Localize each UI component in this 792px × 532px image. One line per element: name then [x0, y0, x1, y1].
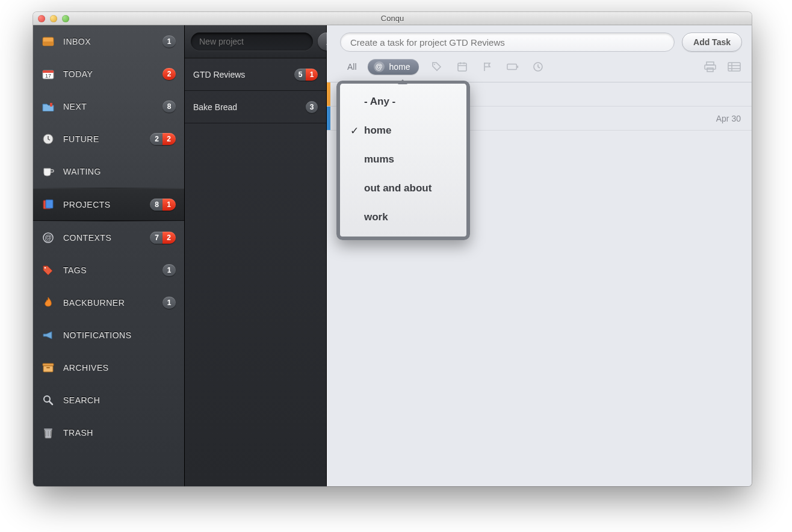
- svg-point-11: [45, 267, 46, 268]
- context-option-out-and-about[interactable]: out and about: [340, 174, 466, 203]
- filter-bar: All @ home: [327, 57, 752, 82]
- sidebar-item-label: FUTURE: [63, 134, 150, 144]
- svg-rect-12: [43, 363, 54, 366]
- archive-icon: [42, 361, 55, 374]
- svg-rect-29: [728, 63, 740, 71]
- context-option-any[interactable]: - Any -: [340, 87, 466, 116]
- window-title: Conqu: [33, 14, 752, 23]
- new-task-input[interactable]: [340, 32, 675, 52]
- svg-rect-1: [43, 42, 54, 46]
- count-badge: 2: [150, 133, 163, 145]
- svg-line-16: [49, 401, 52, 404]
- sidebar-item-label: ARCHIVES: [63, 363, 176, 373]
- svg-text:17: 17: [45, 73, 51, 79]
- count-badge: 1: [162, 264, 176, 276]
- sidebar-item-trash[interactable]: TRASH: [33, 416, 184, 449]
- sidebar-item-label: NEXT: [63, 102, 162, 111]
- app-window: Conqu INBOX 1 17 TODAY 2: [33, 12, 752, 486]
- sidebar-item-label: NOTIFICATIONS: [63, 330, 176, 340]
- search-icon: [42, 394, 55, 407]
- sidebar-item-search[interactable]: SEARCH: [33, 384, 184, 416]
- svg-rect-27: [705, 65, 716, 69]
- clock-icon: [42, 132, 55, 146]
- count-badge: 1: [162, 297, 176, 309]
- date-filter-icon[interactable]: [456, 61, 468, 73]
- sidebar-item-label: SEARCH: [63, 395, 176, 405]
- svg-rect-23: [507, 64, 516, 69]
- flame-icon: [42, 296, 55, 309]
- sidebar-item-tags[interactable]: TAGS 1: [33, 254, 184, 286]
- sidebar-item-archives[interactable]: ARCHIVES: [33, 351, 184, 384]
- sidebar-item-label: CONTEXTS: [63, 233, 150, 243]
- print-icon[interactable]: [704, 61, 717, 72]
- time-filter-icon[interactable]: [532, 61, 544, 73]
- sidebar-item-label: WAITING: [63, 167, 176, 176]
- window-minimize-button[interactable]: [50, 15, 57, 22]
- sidebar-item-label: TAGS: [63, 265, 162, 275]
- sidebar-item-inbox[interactable]: INBOX 1: [33, 25, 184, 58]
- view-toggle-icon[interactable]: [728, 61, 741, 72]
- task-priority-strip: [327, 82, 330, 106]
- context-option-label: out and about: [364, 182, 432, 194]
- context-dropdown: - Any - ✓ home mums out and about work: [336, 81, 470, 240]
- new-project-input[interactable]: [191, 32, 313, 51]
- context-option-home[interactable]: ✓ home: [340, 116, 466, 145]
- svg-rect-17: [44, 428, 52, 430]
- sidebar-item-today[interactable]: 17 TODAY 2: [33, 58, 184, 90]
- main-panel: Add Task All @ home: [327, 25, 752, 486]
- count-badge: 1: [162, 36, 176, 48]
- svg-rect-28: [707, 68, 713, 72]
- sidebar-item-backburner[interactable]: BACKBURNER 1: [33, 286, 184, 319]
- sidebar-item-notifications[interactable]: NOTIFICATIONS: [33, 319, 184, 351]
- project-item-label: GTD Reviews: [193, 70, 294, 79]
- sidebar-item-projects[interactable]: PROJECTS 8 1: [33, 188, 184, 221]
- add-task-button[interactable]: Add Task: [682, 32, 742, 52]
- task-priority-strip: [327, 107, 330, 130]
- sidebar-item-label: TRASH: [63, 428, 176, 438]
- context-option-label: work: [364, 211, 388, 223]
- svg-rect-19: [458, 63, 466, 71]
- context-option-mums[interactable]: mums: [340, 145, 466, 174]
- svg-rect-8: [46, 200, 53, 208]
- sidebar: INBOX 1 17 TODAY 2 NEXT 8: [33, 25, 185, 486]
- sidebar-item-future[interactable]: FUTURE 2 2: [33, 123, 184, 155]
- window-close-button[interactable]: [38, 15, 45, 22]
- window-zoom-button[interactable]: [62, 15, 69, 22]
- at-icon: @: [374, 61, 385, 72]
- context-filter-label: home: [389, 62, 410, 72]
- energy-filter-icon[interactable]: [507, 61, 519, 73]
- context-option-label: - Any -: [364, 96, 395, 108]
- tag-filter-icon[interactable]: [431, 61, 443, 73]
- count-badge: 8: [162, 101, 176, 113]
- megaphone-icon: [42, 329, 55, 342]
- sidebar-item-waiting[interactable]: WAITING: [33, 155, 184, 188]
- at-icon: @: [42, 231, 55, 244]
- context-option-label: home: [364, 125, 391, 137]
- inbox-icon: [42, 35, 55, 48]
- flag-filter-icon[interactable]: [481, 61, 493, 73]
- cup-icon: [42, 165, 55, 178]
- sidebar-item-contexts[interactable]: @ CONTEXTS 7 2: [33, 221, 184, 254]
- sidebar-item-next[interactable]: NEXT 8: [33, 90, 184, 123]
- task-date: Apr 30: [716, 114, 752, 123]
- count-badge: 8: [150, 199, 163, 211]
- project-item-bake-bread[interactable]: Bake Bread 3: [185, 91, 326, 123]
- context-filter-chip[interactable]: @ home: [368, 59, 419, 75]
- count-badge-overdue: 2: [162, 133, 176, 145]
- count-badge: 7: [150, 232, 163, 244]
- folder-next-icon: [42, 100, 55, 113]
- project-list-panel: Add GTD Reviews 5 1 Bake Bread 3: [185, 25, 327, 486]
- project-item-gtd-reviews[interactable]: GTD Reviews 5 1: [185, 58, 326, 91]
- svg-rect-14: [46, 367, 50, 368]
- svg-text:@: @: [45, 234, 52, 242]
- count-badge-overdue: 1: [306, 69, 318, 81]
- svg-rect-24: [517, 66, 518, 68]
- sidebar-item-label: TODAY: [63, 69, 162, 79]
- sidebar-item-label: INBOX: [63, 37, 162, 46]
- tags-icon: [42, 264, 55, 277]
- titlebar: Conqu: [33, 12, 752, 25]
- project-item-label: Bake Bread: [193, 102, 306, 112]
- filter-all[interactable]: All: [345, 60, 359, 74]
- trash-icon: [42, 426, 55, 439]
- context-option-work[interactable]: work: [340, 203, 466, 232]
